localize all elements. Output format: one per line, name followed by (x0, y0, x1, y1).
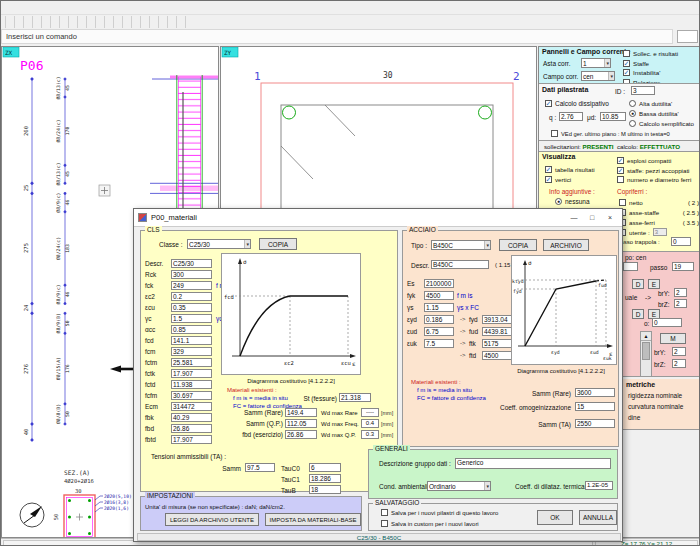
campo-select[interactable]: cen▾ (581, 71, 615, 81)
visualizza-checkbox[interactable]: ✓tabella risultati (545, 165, 595, 175)
ved-checkbox[interactable]: VEd ger. ultimo piano : M ultimo in test… (551, 130, 670, 137)
cls-field-input[interactable]: 141.1 (171, 336, 212, 345)
samm-rare-field[interactable]: 3600 (575, 388, 615, 397)
acc-field-input[interactable]: 6.75 (424, 327, 454, 336)
bry-field[interactable]: 2 (672, 347, 686, 356)
panel-checkbox[interactable]: ✓Instabilita' (623, 68, 678, 78)
cls-field-input[interactable]: 11.938 (171, 380, 212, 389)
tauc0-field[interactable]: 6 (309, 463, 341, 472)
cls-field-input[interactable]: 0.35 (171, 303, 212, 312)
close-button[interactable]: × (602, 212, 618, 224)
salva-pilastri-checkbox[interactable]: Salva per i nuovi pilastri di questo lav… (381, 509, 498, 516)
imposta-materiali-button[interactable]: IMPOSTA DA MATERIALI-BASE (265, 513, 361, 526)
acc-field-input[interactable]: 2100000 (424, 279, 454, 288)
ordine-fragment[interactable]: dine (628, 414, 640, 421)
samm-field[interactable]: 97.5 (245, 463, 275, 472)
curvatura-item[interactable]: curvatura nominale (628, 403, 683, 410)
cls-field-input[interactable]: 249 (171, 281, 212, 290)
copriferri-checkbox[interactable]: asse-ferri( 3.5 ) (619, 217, 699, 227)
minimize-button[interactable]: — (566, 212, 582, 224)
sigma-field[interactable]: 26.86 (285, 430, 317, 439)
q-field[interactable]: 2.76 (559, 112, 583, 121)
visualizza-checkbox[interactable]: ✓staffe: pezzi accoppiati (617, 166, 691, 176)
bry-field[interactable]: 2 (674, 288, 687, 297)
copia-button[interactable]: COPIA (499, 239, 537, 251)
acc-field-input[interactable]: 7.5 (424, 339, 454, 348)
ok-button[interactable]: OK (537, 510, 573, 525)
cls-field-input[interactable]: 25.581 (171, 358, 212, 367)
cls-field-input[interactable]: C25/30 (171, 259, 212, 268)
annulla-button[interactable]: ANNULLA (579, 510, 617, 525)
mini-toolbox[interactable] (677, 30, 698, 43)
tipo-select[interactable]: B450C▾ (431, 240, 491, 250)
brz-field[interactable]: 2 (674, 299, 687, 308)
cls-field-input[interactable]: 329 (171, 347, 212, 356)
cls-field-input[interactable]: 314472 (171, 402, 212, 411)
cond-ambientali-select[interactable]: Ordinario▾ (427, 481, 491, 491)
dilatazione-field[interactable]: 1.2E-05 (585, 481, 613, 490)
classe-select[interactable]: C25/30▾ (187, 239, 251, 249)
e-button[interactable]: E (648, 279, 660, 289)
cls-field-input[interactable]: 0.2 (171, 292, 212, 301)
copriferri-checkbox[interactable]: netto( 2 ) (619, 197, 699, 207)
cls-field-input[interactable]: 40.29 (171, 413, 212, 422)
acc-derived-input[interactable]: 3913.04 (482, 315, 514, 324)
cls-field-input[interactable]: 26.86 (171, 424, 212, 433)
scroll-up-icon[interactable]: ▲ (641, 332, 651, 341)
omogeinizzazione-field[interactable]: 15 (575, 402, 615, 411)
acc-field-input[interactable]: 0.186 (424, 315, 454, 324)
st-fessure-field[interactable]: 21.318 (339, 393, 371, 402)
descrizione-field[interactable]: Generico (455, 458, 611, 469)
cls-field-input[interactable]: 300 (171, 270, 212, 279)
copriferri-checkbox[interactable]: asse-staffe( 2.5 ) (619, 207, 699, 217)
acc-derived-input[interactable]: 4500 (482, 351, 514, 360)
dialog-title-bar[interactable]: P00_materiali — □ × (134, 209, 622, 227)
panel-checkbox[interactable]: Sollec. e risultati (623, 49, 678, 59)
wd-field[interactable]: ---- (361, 408, 379, 417)
scrollbar[interactable]: ▲ ▼ (640, 331, 652, 377)
edge-field[interactable] (623, 262, 638, 271)
copia-button[interactable]: COPIA (259, 238, 297, 250)
cls-field-input[interactable]: 0.85 (171, 325, 212, 334)
maximize-button[interactable]: □ (584, 212, 600, 224)
ductility-radio[interactable]: ●Bassa duttilita' (629, 108, 694, 118)
nessuna-radio[interactable]: ●nessuna (555, 198, 590, 205)
cls-field-input[interactable]: 17.907 (171, 369, 212, 378)
cls-field-input[interactable]: 30.697 (171, 391, 212, 400)
rigidezza-item[interactable]: rigidezza nominale (628, 392, 682, 399)
wd-field[interactable]: 0.3 (361, 430, 379, 439)
d-button[interactable]: D (632, 279, 644, 289)
descr-field[interactable]: B450C (431, 260, 489, 269)
wd-field[interactable]: 0.4 (361, 419, 379, 428)
samm-ta-field[interactable]: 2550 (575, 419, 615, 428)
visualizza-checkbox[interactable]: ✓esplosi compatti (617, 156, 691, 166)
asta-select[interactable]: 1▾ (581, 58, 611, 68)
acc-derived-input[interactable]: 4439.81 (482, 327, 514, 336)
brz-field[interactable]: 2 (672, 359, 686, 368)
o-field[interactable]: 0 (652, 318, 682, 327)
ductility-radio[interactable]: Alta duttilita' (629, 98, 694, 108)
sigma-field[interactable]: 149.4 (285, 408, 317, 417)
visualizza-checkbox[interactable]: ✓vertici (545, 175, 595, 185)
archivio-button[interactable]: ARCHIVIO (543, 239, 589, 251)
cls-field-input[interactable]: 17.907 (171, 435, 212, 444)
acc-derived-input[interactable]: 5175 (482, 339, 514, 348)
tauc1-field[interactable]: 18.286 (309, 474, 341, 483)
leggi-archivio-button[interactable]: LEGGI DA ARCHIVIO UTENTE (165, 513, 259, 526)
cls-field-input[interactable]: 1.5 (171, 314, 212, 323)
passo-trappola-field[interactable]: 0 (671, 237, 691, 246)
panel-checkbox[interactable]: ✓Staffe (623, 59, 678, 69)
taub-field[interactable]: 18 (309, 485, 341, 494)
visualizza-checkbox[interactable]: numero e diametro ferri (617, 175, 691, 185)
d-button[interactable]: D (632, 309, 644, 319)
sigma-field[interactable]: 112.05 (285, 419, 317, 428)
acc-field-input[interactable]: 1.15 (424, 303, 454, 312)
m-button[interactable]: M (660, 333, 686, 344)
mu-field[interactable]: 10.85 (600, 112, 626, 121)
copriferri-checkbox[interactable]: utente :3 (619, 227, 699, 237)
command-bar[interactable]: Inserisci un comando (1, 29, 673, 44)
passo-field[interactable]: 19 (672, 262, 694, 271)
acc-field-input[interactable]: 4500 (424, 291, 454, 300)
id-field[interactable]: 3 (631, 86, 655, 95)
ductility-radio[interactable]: Calcolo semplificato (629, 118, 694, 128)
